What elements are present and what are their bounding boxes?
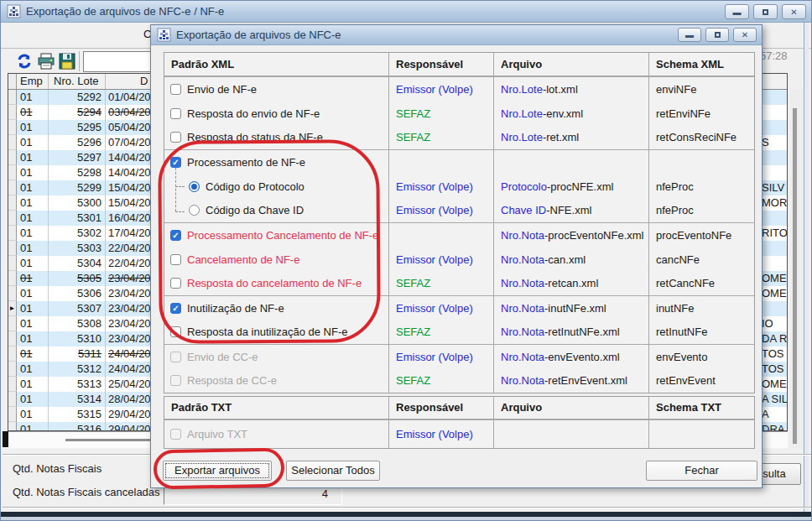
responsavel-text: Emissor (Volpe) xyxy=(396,180,473,193)
main-window: Exportação de arquivos de NFC-e / NF-e ▬… xyxy=(0,0,812,521)
responsavel-cell: Emissor (Volpe) xyxy=(388,198,493,222)
vertical-scrollbar[interactable] xyxy=(790,89,803,448)
arquivo-variable: Protocolo xyxy=(501,180,547,193)
cell-emp: 01 xyxy=(17,241,49,256)
schema-text: enviNFe xyxy=(656,83,696,96)
arquivo-cell: Nro.Nota-procEventoNFe.xml xyxy=(493,223,648,247)
cell-lote: 5302 xyxy=(49,226,106,241)
arquivo-cell: Nro.Nota-retInutNFe.xml xyxy=(493,320,648,345)
option-cell: Arquivo TXT xyxy=(164,420,388,448)
vertical-scrollbar-thumb[interactable] xyxy=(793,108,797,444)
qtd-notas-label: Qtd. Notas Fiscais xyxy=(13,462,102,475)
table-header-cell: Responsável xyxy=(388,53,493,76)
cell-emp: 01 xyxy=(17,180,49,195)
responsavel-text: Emissor (Volpe) xyxy=(396,302,473,315)
dialog-close-icon[interactable]: ✕ xyxy=(733,28,757,42)
cell-name-tail: RITO xyxy=(762,226,788,241)
responsavel-cell: Emissor (Volpe) xyxy=(388,247,493,272)
arquivo-variable: Nro.Lote xyxy=(501,107,543,120)
grid-col-lote[interactable]: Nro. Lote xyxy=(49,74,106,89)
cell-lote: 5308 xyxy=(49,316,106,331)
arquivo-cell xyxy=(493,420,648,448)
close-icon[interactable]: ✕ xyxy=(782,4,806,19)
row-selector xyxy=(8,211,17,226)
save-icon[interactable] xyxy=(58,52,76,70)
cell-name-tail: OMER xyxy=(762,271,788,286)
responsavel-cell xyxy=(388,223,493,247)
maximize-icon[interactable] xyxy=(753,4,778,19)
table-header-cell: Arquivo xyxy=(493,397,648,419)
row-selector xyxy=(8,316,17,331)
row-selector xyxy=(8,150,17,165)
cell-lote: 5301 xyxy=(49,211,106,226)
arquivo-cell: Chave ID-NFE.xml xyxy=(493,198,648,222)
table-group: Envio de CC-eEmissor (Volpe)Nro.Nota-env… xyxy=(164,344,754,393)
print-icon[interactable] xyxy=(37,52,55,70)
cell-lote: 5295 xyxy=(49,120,106,135)
checkbox-unchecked[interactable] xyxy=(170,132,181,143)
cell-lote: 5294 xyxy=(49,105,106,120)
row-selector xyxy=(8,422,17,431)
arquivo-cell: Protocolo-procNFE.xml xyxy=(493,175,648,199)
arquivo-suffix: -inutNFe.xml xyxy=(544,302,606,315)
cell-lote: 5316 xyxy=(49,422,106,431)
responsavel-cell: Emissor (Volpe) xyxy=(388,296,493,320)
cell-lote: 5311 xyxy=(49,346,106,362)
cell-name-tail: OMER xyxy=(762,286,788,301)
responsavel-text: Emissor (Volpe) xyxy=(396,428,473,440)
arquivo-suffix: -can.xml xyxy=(544,253,586,266)
dialog-titlebar: Exportação de arquivos de NFC-e ▬ ✕ xyxy=(151,25,762,45)
cell-emp: 01 xyxy=(17,286,49,301)
cell-emp: 01 xyxy=(17,392,49,407)
table-header-cell: Schema TXT xyxy=(648,397,756,419)
cell-lote: 5296 xyxy=(49,135,106,150)
selecionar-todos-button[interactable]: Selecionar Todos xyxy=(286,461,380,481)
schema-text: retInutNFe xyxy=(656,326,707,338)
responsavel-text: Emissor (Volpe) xyxy=(396,253,473,266)
cell-name-tail: DA R xyxy=(762,331,787,346)
schema-cell: retEnvEvent xyxy=(648,369,756,393)
txt-export-table: Padrão TXTResponsávelArquivoSchema TXTAr… xyxy=(164,396,755,449)
responsavel-cell: SEFAZ xyxy=(388,369,493,393)
cell-lote: 5304 xyxy=(49,256,106,271)
schema-text: retCancNFe xyxy=(656,277,715,289)
minimize-icon[interactable]: ▬ xyxy=(725,4,749,19)
option-cell: Resposta de CC-e xyxy=(164,369,388,393)
responsavel-cell xyxy=(388,150,493,175)
checkbox-unchecked[interactable] xyxy=(170,84,181,95)
cell-lote: 5305 xyxy=(49,271,106,286)
dialog-minimize-icon[interactable]: ▬ xyxy=(678,28,701,42)
refresh-icon[interactable] xyxy=(15,52,34,70)
responsavel-cell: Emissor (Volpe) xyxy=(388,77,493,102)
schema-cell: retEnviNFe xyxy=(648,102,756,126)
option-label: Resposta do envio de NF-e xyxy=(187,107,320,120)
schema-cell: inutNFe xyxy=(648,296,756,320)
cell-emp: 01 xyxy=(17,150,49,165)
arquivo-suffix: -procNFE.xml xyxy=(547,180,613,193)
schema-cell: nfeProc xyxy=(648,175,756,199)
row-selector xyxy=(8,105,17,120)
cell-lote: 5313 xyxy=(49,377,106,392)
cell-name-tail: TOS xyxy=(762,346,784,362)
responsavel-text: SEFAZ xyxy=(396,326,430,338)
table-header-cell: Arquivo xyxy=(493,53,648,76)
row-selector xyxy=(8,286,17,301)
arquivo-cell: Nro.Lote-ret.xml xyxy=(493,125,648,149)
arquivo-cell: Nro.Nota-retEnvEvent.xml xyxy=(493,369,648,393)
arquivo-suffix: -retcan.xml xyxy=(544,277,598,289)
dialog-maximize-icon[interactable] xyxy=(705,28,729,42)
footer-divider-bottom xyxy=(3,507,811,508)
row-selector xyxy=(8,226,17,241)
responsavel-cell: SEFAZ xyxy=(388,125,493,149)
arquivo-suffix: -retInutNFe.xml xyxy=(544,326,620,338)
cell-name-tail: A SIL xyxy=(762,392,788,407)
checkbox-unchecked[interactable] xyxy=(170,108,181,119)
row-selector xyxy=(8,135,17,150)
grid-col-emp[interactable]: Emp xyxy=(17,74,49,89)
clock-text: 57:28 xyxy=(760,49,788,62)
row-selector xyxy=(8,195,17,211)
cell-lote: 5315 xyxy=(49,407,106,422)
table-row: Envio de NF-eEmissor (Volpe)Nro.Lote-lot… xyxy=(164,77,754,102)
fechar-button[interactable]: Fechar xyxy=(646,461,757,481)
table-row: Arquivo TXTEmissor (Volpe) xyxy=(164,420,754,448)
